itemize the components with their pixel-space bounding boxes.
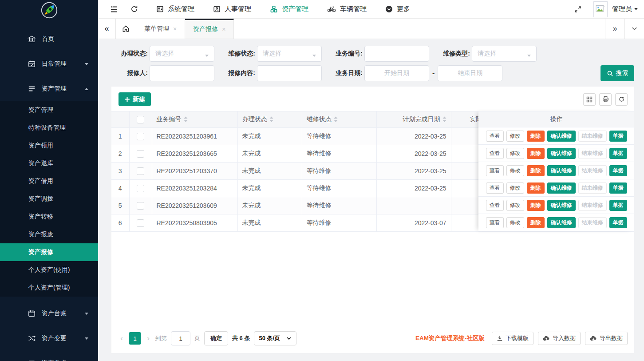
import-data-button[interactable]: 导入数据: [538, 332, 581, 345]
close-icon[interactable]: ×: [173, 25, 177, 32]
tab-menu-management[interactable]: 菜单管理 ×: [136, 19, 185, 39]
submenu-item[interactable]: 资产报废: [0, 226, 98, 243]
avatar[interactable]: [593, 1, 608, 17]
edit-button[interactable]: 修改: [506, 148, 524, 159]
biz-no-input[interactable]: [364, 46, 429, 62]
receipt-button[interactable]: 单据: [609, 217, 627, 228]
delete-button[interactable]: 删除: [527, 165, 545, 176]
row-checkbox[interactable]: [137, 167, 144, 175]
menu-system[interactable]: 系统管理: [156, 5, 194, 13]
sidebar-item-home[interactable]: 首页: [0, 27, 98, 52]
sidebar-item-asset[interactable]: 资产管理: [0, 76, 98, 101]
edit-button[interactable]: 修改: [506, 182, 524, 194]
user-menu[interactable]: 管理员: [612, 5, 638, 13]
submenu-item[interactable]: 个人资产(管理): [0, 279, 98, 297]
row-checkbox[interactable]: [137, 219, 144, 227]
receipt-button[interactable]: 单据: [609, 131, 627, 142]
menu-vehicle[interactable]: 车辆管理: [327, 5, 367, 13]
menu-more[interactable]: 更多: [385, 5, 410, 13]
receipt-button[interactable]: 单据: [609, 200, 627, 211]
prev-page-icon[interactable]: ‹: [119, 334, 125, 343]
submenu-item[interactable]: 资产转移: [0, 208, 98, 226]
tabs-actions-icon[interactable]: [624, 19, 644, 39]
end-repair-button[interactable]: 结束维修: [578, 200, 607, 211]
edit-button[interactable]: 修改: [506, 217, 524, 228]
view-button[interactable]: 查看: [486, 217, 504, 228]
delete-button[interactable]: 删除: [527, 131, 545, 142]
tab-asset-repair[interactable]: 资产报修 ×: [185, 19, 234, 39]
end-date-input[interactable]: 结束日期: [438, 65, 502, 81]
app-logo[interactable]: [0, 0, 98, 20]
sidebar-item-inventory[interactable]: 资产盘点: [0, 351, 98, 361]
view-button[interactable]: 查看: [486, 148, 504, 159]
search-button[interactable]: 搜索: [601, 65, 634, 81]
export-data-button[interactable]: 导出数据: [585, 332, 628, 345]
sidebar-item-daily[interactable]: 日常管理: [0, 52, 98, 76]
submenu-item[interactable]: 资产管理: [0, 101, 98, 119]
reporter-input[interactable]: [150, 65, 214, 81]
header-repair-status[interactable]: 维修状态: [302, 111, 376, 128]
current-page-button[interactable]: 1: [129, 332, 141, 345]
handle-status-select[interactable]: 请选择: [150, 46, 214, 62]
delete-button[interactable]: 删除: [527, 182, 545, 194]
page-size-select[interactable]: 50 条/页: [254, 331, 296, 345]
submenu-item[interactable]: 资产退库: [0, 155, 98, 172]
close-icon[interactable]: ×: [222, 26, 225, 33]
end-repair-button[interactable]: 结束维修: [578, 165, 607, 176]
goto-page-input[interactable]: [171, 331, 190, 345]
confirm-repair-button[interactable]: 确认维修: [547, 182, 576, 194]
view-button[interactable]: 查看: [486, 200, 504, 211]
header-biz-no[interactable]: 业务编号: [152, 111, 237, 128]
end-repair-button[interactable]: 结束维修: [578, 217, 607, 228]
confirm-repair-button[interactable]: 确认维修: [547, 165, 576, 176]
view-button[interactable]: 查看: [486, 165, 504, 176]
print-icon[interactable]: [599, 93, 612, 106]
receipt-button[interactable]: 单据: [609, 182, 627, 194]
receipt-button[interactable]: 单据: [609, 148, 627, 159]
download-template-button[interactable]: 下载模版: [492, 332, 533, 345]
menu-hr[interactable]: 人事管理: [213, 5, 251, 13]
submenu-item[interactable]: 资产领用: [0, 137, 98, 155]
reload-icon[interactable]: [615, 93, 628, 106]
sort-carets-icon[interactable]: [269, 116, 273, 123]
submenu-item[interactable]: 资产调拨: [0, 190, 98, 208]
sidebar-item-change[interactable]: 资产变更: [0, 326, 98, 351]
goto-confirm-button[interactable]: 确定: [204, 331, 228, 345]
submenu-item[interactable]: 资产借用: [0, 172, 98, 190]
row-checkbox[interactable]: [137, 185, 144, 192]
end-repair-button[interactable]: 结束维修: [578, 182, 607, 194]
sort-carets-icon[interactable]: [443, 116, 446, 123]
confirm-repair-button[interactable]: 确认维修: [547, 217, 576, 228]
column-settings-icon[interactable]: [583, 93, 596, 106]
home-tab[interactable]: [116, 19, 136, 39]
repair-type-select[interactable]: 请选择: [472, 46, 537, 62]
menu-asset[interactable]: 资产管理: [270, 5, 308, 13]
submenu-item[interactable]: 资产报修: [0, 243, 98, 261]
edit-button[interactable]: 修改: [506, 200, 524, 211]
end-repair-button[interactable]: 结束维修: [578, 131, 607, 142]
tabs-scroll-right-icon[interactable]: »: [605, 19, 624, 39]
repair-content-input[interactable]: [257, 65, 322, 81]
confirm-repair-button[interactable]: 确认维修: [547, 200, 576, 211]
delete-button[interactable]: 删除: [527, 148, 545, 159]
refresh-icon[interactable]: [130, 5, 138, 13]
submenu-item[interactable]: 个人资产(使用): [0, 261, 98, 279]
view-button[interactable]: 查看: [486, 131, 504, 142]
end-repair-button[interactable]: 结束维修: [578, 148, 607, 159]
collapse-sidebar-icon[interactable]: [110, 5, 119, 14]
submenu-item[interactable]: 特种设备管理: [0, 119, 98, 137]
receipt-button[interactable]: 单据: [609, 165, 627, 176]
next-page-icon[interactable]: ›: [145, 334, 151, 343]
row-checkbox[interactable]: [137, 202, 144, 210]
fullscreen-icon[interactable]: [574, 5, 582, 13]
confirm-repair-button[interactable]: 确认维修: [547, 131, 576, 142]
header-planned-date[interactable]: 计划完成日期: [376, 111, 451, 128]
view-button[interactable]: 查看: [486, 182, 504, 194]
sort-carets-icon[interactable]: [334, 116, 338, 123]
edit-button[interactable]: 修改: [506, 131, 524, 142]
repair-status-select[interactable]: 请选择: [257, 46, 322, 62]
header-handle-status[interactable]: 办理状态: [237, 111, 302, 128]
create-button[interactable]: 新建: [119, 92, 151, 106]
row-checkbox[interactable]: [137, 133, 144, 140]
confirm-repair-button[interactable]: 确认维修: [547, 148, 576, 159]
